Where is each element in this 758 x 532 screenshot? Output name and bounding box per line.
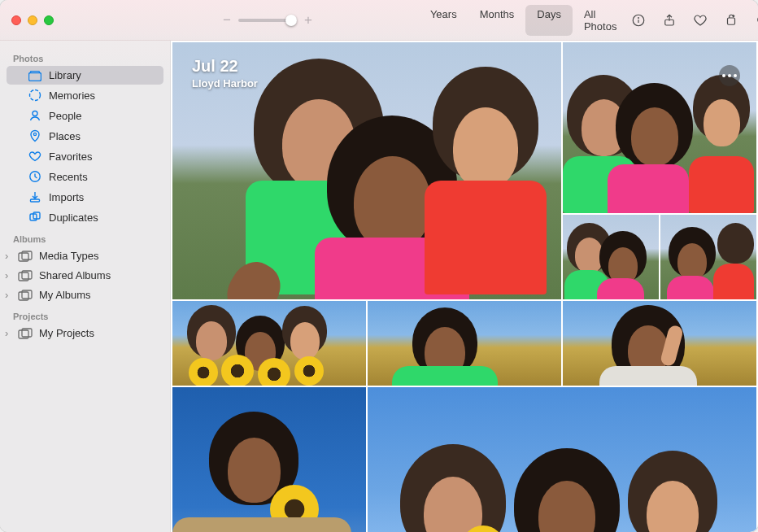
sidebar-item-imports[interactable]: Imports <box>7 187 163 207</box>
sidebar-item-label: People <box>49 110 81 122</box>
sidebar-item-memories[interactable]: Memories <box>7 85 163 105</box>
segment-days[interactable]: Days <box>525 5 573 36</box>
sidebar-section-photos: Photos <box>0 47 170 65</box>
sidebar-item-duplicates[interactable]: Duplicates <box>7 207 163 227</box>
segment-all-photos[interactable]: All Photos <box>573 5 628 36</box>
thumbnail-zoom-slider[interactable]: − + <box>220 12 315 28</box>
rotate-icon <box>724 13 738 28</box>
duplicates-icon <box>28 211 42 224</box>
zoom-track[interactable] <box>238 19 297 22</box>
photo-thumbnail[interactable] <box>660 215 756 299</box>
recents-icon <box>28 170 42 183</box>
sidebar-item-library[interactable]: Library <box>7 66 163 85</box>
sidebar-item-label: My Projects <box>39 327 94 339</box>
sidebar-item-my-albums[interactable]: › My Albums <box>7 286 163 304</box>
photo-thumbnail[interactable] <box>172 301 366 386</box>
sidebar-item-label: Media Types <box>39 250 98 262</box>
places-icon <box>28 129 42 142</box>
svg-rect-13 <box>31 199 40 202</box>
info-button[interactable] <box>628 10 649 31</box>
sidebar-item-label: Library <box>49 69 81 81</box>
window-body: Photos Library Memories People Places Fa… <box>0 41 758 532</box>
share-icon <box>662 13 677 28</box>
sidebar-item-shared-albums[interactable]: › Shared Albums <box>7 266 163 285</box>
photo-grid <box>171 41 758 532</box>
svg-point-10 <box>33 111 37 116</box>
sidebar-item-favorites[interactable]: Favorites <box>7 146 163 166</box>
rotate-button[interactable] <box>721 10 742 31</box>
sidebar: Photos Library Memories People Places Fa… <box>0 41 171 532</box>
svg-rect-4 <box>728 18 735 24</box>
photo-thumbnail[interactable] <box>563 301 756 386</box>
sidebar-item-label: Memories <box>49 89 95 102</box>
day-header: Jul 22 Lloyd Harbor <box>192 57 258 89</box>
search-button[interactable] <box>751 10 758 31</box>
segment-months[interactable]: Months <box>468 5 526 36</box>
photo-thumbnail[interactable] <box>368 387 756 532</box>
sidebar-item-places[interactable]: Places <box>7 126 163 146</box>
photo-grid-content: Jul 22 Lloyd Harbor <box>171 41 758 532</box>
sidebar-item-recents[interactable]: Recents <box>7 167 163 186</box>
day-date: Jul 22 <box>192 57 258 76</box>
sidebar-section-projects: Projects <box>0 305 170 323</box>
day-more-button[interactable] <box>719 65 740 86</box>
view-range-segmented-control: Years Months Days All Photos <box>419 5 629 36</box>
people-icon <box>28 109 42 122</box>
chevron-right-icon: › <box>5 250 13 262</box>
sidebar-item-label: My Albums <box>39 289 91 301</box>
zoom-out-icon[interactable]: − <box>220 12 233 28</box>
album-icon <box>18 270 33 281</box>
sidebar-item-people[interactable]: People <box>7 106 163 125</box>
fullscreen-window-button[interactable] <box>44 15 54 25</box>
heart-icon <box>693 13 708 28</box>
photo-thumbnail[interactable] <box>368 301 561 386</box>
sidebar-item-label: Shared Albums <box>39 269 111 281</box>
svg-point-9 <box>30 90 41 101</box>
minimize-window-button[interactable] <box>28 15 37 25</box>
ellipsis-icon <box>722 74 737 77</box>
chevron-right-icon: › <box>5 289 13 301</box>
sidebar-item-label: Favorites <box>49 150 92 163</box>
chevron-right-icon: › <box>5 327 13 339</box>
photo-thumbnail[interactable] <box>172 387 366 532</box>
sidebar-section-albums: Albums <box>0 228 170 246</box>
sidebar-item-label: Places <box>49 130 81 142</box>
album-icon <box>18 328 33 339</box>
svg-point-2 <box>638 17 639 18</box>
imports-icon <box>28 190 42 203</box>
sidebar-item-label: Duplicates <box>49 211 98 224</box>
zoom-thumb[interactable] <box>285 15 297 26</box>
close-window-button[interactable] <box>11 15 21 25</box>
favorite-button[interactable] <box>690 10 711 31</box>
memories-icon <box>28 89 42 102</box>
share-button[interactable] <box>659 10 680 31</box>
sidebar-item-label: Recents <box>49 171 88 183</box>
info-icon <box>631 13 646 28</box>
window-traffic-lights <box>11 15 54 25</box>
titlebar: − + Years Months Days All Photos <box>0 0 758 41</box>
segment-years[interactable]: Years <box>419 5 468 36</box>
search-icon <box>755 13 758 28</box>
day-location: Lloyd Harbor <box>192 77 258 89</box>
toolbar-right <box>628 10 758 31</box>
chevron-right-icon: › <box>5 269 13 281</box>
svg-point-11 <box>33 133 36 135</box>
sidebar-item-my-projects[interactable]: › My Projects <box>7 324 163 342</box>
svg-rect-8 <box>31 71 40 72</box>
favorites-icon <box>28 150 42 163</box>
zoom-in-icon[interactable]: + <box>302 12 315 28</box>
sidebar-item-media-types[interactable]: › Media Types <box>7 246 163 265</box>
sidebar-item-label: Imports <box>49 191 84 203</box>
photo-thumbnail[interactable] <box>563 215 659 299</box>
album-icon <box>18 251 33 262</box>
photos-app-window: − + Years Months Days All Photos <box>0 0 758 532</box>
svg-rect-7 <box>29 72 41 81</box>
album-icon <box>18 290 33 301</box>
toolbar-center: − + Years Months Days All Photos <box>220 5 628 36</box>
library-icon <box>28 70 42 81</box>
